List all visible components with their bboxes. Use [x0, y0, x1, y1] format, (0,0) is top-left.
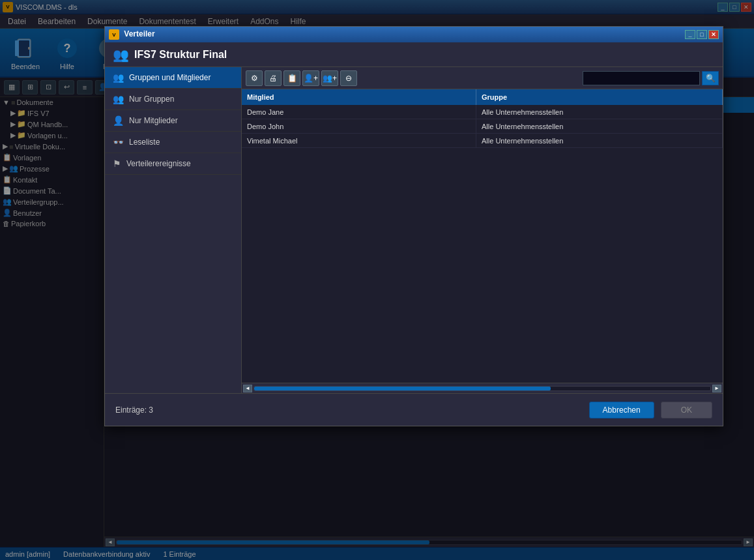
- dialog-tool-export[interactable]: 📋: [283, 70, 300, 86]
- dialog-close-btn[interactable]: ✕: [708, 30, 719, 39]
- nav-leseliste-icon: 👓: [113, 137, 124, 147]
- dialog-minimize-btn[interactable]: _: [685, 30, 695, 39]
- dialog-tool-print[interactable]: 🖨: [265, 70, 282, 86]
- footer-buttons: Abbrechen OK: [589, 402, 712, 419]
- dialog-title-controls: _ □ ✕: [685, 30, 719, 39]
- dialog-header-title: IFS7 Struktur Final: [134, 49, 227, 61]
- dialog-search-btn[interactable]: 🔍: [702, 71, 719, 85]
- abbrechen-button[interactable]: Abbrechen: [589, 402, 654, 419]
- dialog-table: Mitglied Gruppe Demo Jane Alle Unternehm…: [242, 89, 723, 383]
- dialog-tool-refresh[interactable]: ⚙: [246, 70, 263, 86]
- dialog-title-bar: V Verteiler _ □ ✕: [105, 27, 723, 42]
- td-member-1: Demo Jane: [242, 105, 476, 119]
- nav-nur-mitglieder[interactable]: 👤 Nur Mitglieder: [105, 110, 241, 132]
- nav-leseliste[interactable]: 👓 Leseliste: [105, 132, 241, 153]
- dialog-header: 👥 IFS7 Struktur Final: [105, 42, 723, 67]
- dialog-maximize-btn[interactable]: □: [697, 30, 707, 39]
- table-row-3[interactable]: Vimetal Michael Alle Unternehmensstellen: [242, 134, 723, 148]
- td-member-2: Demo John: [242, 119, 476, 133]
- dialog-tool-remove[interactable]: ⊖: [340, 70, 357, 86]
- dialog-right-panel: ⚙ 🖨 📋 👤+ 👥+ ⊖ 🔍 Mitglied Gruppe Demo Jan…: [242, 67, 723, 393]
- dialog-tool-add-group[interactable]: 👥+: [321, 70, 338, 86]
- nav-ereignisse-label: Verteilerereignisse: [126, 159, 191, 168]
- nav-leseliste-label: Leseliste: [129, 138, 160, 147]
- dialog-title-left: V Verteiler: [109, 29, 155, 40]
- dialog-footer: Einträge: 3 Abbrechen OK: [105, 393, 723, 426]
- dialog-scroll-track[interactable]: [254, 386, 711, 391]
- td-group-1: Alle Unternehmensstellen: [476, 105, 723, 119]
- table-header: Mitglied Gruppe: [242, 89, 723, 105]
- dialog-left-nav: 👥 Gruppen und Mitglieder 👥 Nur Gruppen 👤…: [105, 67, 242, 393]
- th-gruppe[interactable]: Gruppe: [476, 89, 723, 105]
- td-member-3: Vimetal Michael: [242, 134, 476, 147]
- nav-gruppen-icon: 👥: [113, 72, 124, 83]
- dialog-header-icon: 👥: [113, 47, 129, 63]
- dialog-scroll-thumb: [254, 387, 551, 391]
- nav-nur-mitglieder-icon: 👤: [113, 115, 124, 126]
- nav-nur-gruppen-icon: 👥: [113, 94, 124, 104]
- nav-verteilerereignisse[interactable]: ⚑ Verteilerereignisse: [105, 153, 241, 175]
- ok-button[interactable]: OK: [661, 402, 712, 419]
- entries-count: Einträge: 3: [115, 405, 153, 415]
- dialog-search-input[interactable]: [583, 71, 700, 85]
- nav-ereignisse-icon: ⚑: [113, 158, 121, 169]
- nav-nur-gruppen[interactable]: 👥 Nur Gruppen: [105, 89, 241, 110]
- dialog-scroll-left[interactable]: ◄: [243, 385, 252, 392]
- table-row-2[interactable]: Demo John Alle Unternehmensstellen: [242, 119, 723, 134]
- td-group-3: Alle Unternehmensstellen: [476, 134, 723, 147]
- nav-nur-gruppen-label: Nur Gruppen: [129, 95, 174, 104]
- th-mitglied[interactable]: Mitglied: [242, 89, 476, 105]
- nav-gruppen-mitglieder[interactable]: 👥 Gruppen und Mitglieder: [105, 67, 241, 89]
- dialog-toolbar: ⚙ 🖨 📋 👤+ 👥+ ⊖ 🔍: [242, 67, 723, 89]
- dialog-title-icon: V: [109, 29, 119, 40]
- table-row-1[interactable]: Demo Jane Alle Unternehmensstellen: [242, 105, 723, 119]
- nav-gruppen-label: Gruppen und Mitglieder: [129, 73, 210, 82]
- td-group-2: Alle Unternehmensstellen: [476, 119, 723, 133]
- dialog-body: 👥 Gruppen und Mitglieder 👥 Nur Gruppen 👤…: [105, 67, 723, 393]
- nav-nur-mitglieder-label: Nur Mitglieder: [129, 116, 178, 125]
- verteiler-dialog: V Verteiler _ □ ✕ 👥 IFS7 Struktur Final …: [104, 26, 723, 426]
- dialog-scroll-right[interactable]: ►: [712, 385, 721, 392]
- dialog-title-text: Verteiler: [124, 29, 154, 38]
- dialog-tool-add-person[interactable]: 👤+: [302, 70, 319, 86]
- dialog-scroll-bar: ◄ ►: [242, 383, 723, 393]
